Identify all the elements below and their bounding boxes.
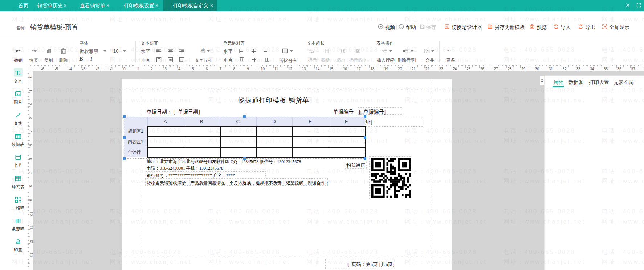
svg-text:5: 5 xyxy=(446,25,448,29)
svg-text:r: r xyxy=(19,72,21,76)
svg-text:?: ? xyxy=(400,25,402,29)
svg-text:ab: ab xyxy=(201,48,205,51)
